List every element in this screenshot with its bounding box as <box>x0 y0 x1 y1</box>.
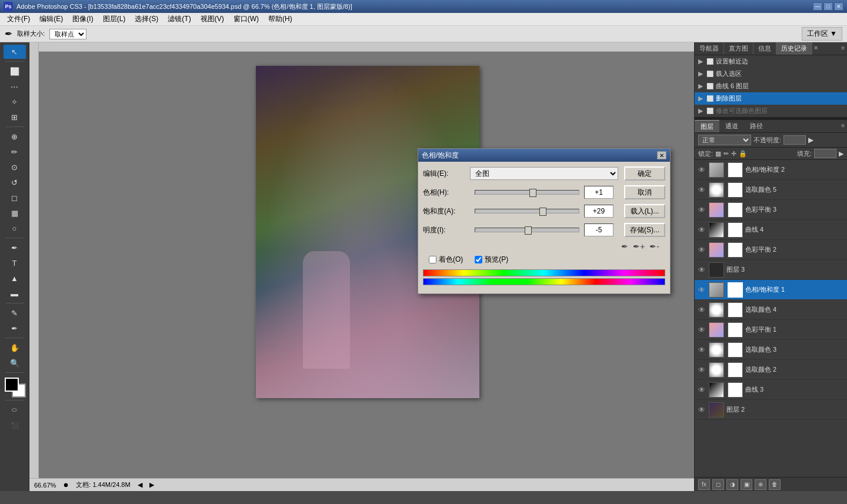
gradient-tool[interactable]: ▦ <box>4 206 26 220</box>
layer-item-hsl2[interactable]: 👁 色相/饱和度 2 <box>695 160 847 180</box>
panel-menu-icon[interactable]: ≡ <box>839 42 847 55</box>
layer-item-sel3[interactable]: 👁 选取颜色 3 <box>695 340 847 360</box>
pen-tool[interactable]: ✒ <box>4 241 26 255</box>
workspace-btn[interactable]: 工作区 ▼ <box>802 27 842 41</box>
fill-arrow[interactable]: ▶ <box>839 150 843 158</box>
layer-mask-btn[interactable]: ◻ <box>712 479 724 490</box>
opacity-input[interactable]: 100% <box>783 135 806 145</box>
sample-size-select[interactable]: 取样点 <box>49 29 86 39</box>
menu-edit[interactable]: 编辑(E) <box>35 13 68 25</box>
layer-item-layer3[interactable]: 👁 图层 3 <box>695 260 847 280</box>
eyedropper-tool[interactable]: ✒ <box>4 321 26 335</box>
layer-visibility-curve3[interactable]: 👁 <box>697 385 706 395</box>
menu-window[interactable]: 窗口(W) <box>229 13 264 25</box>
layer-visibility-colbal2[interactable]: 👁 <box>697 245 706 255</box>
hue-slider-thumb[interactable] <box>529 189 536 197</box>
color-selector[interactable] <box>4 378 26 398</box>
light-slider-track[interactable] <box>475 228 579 232</box>
history-item-1[interactable]: ▶ ⬜ 设置帧近边 <box>695 55 847 68</box>
lock-transparent-icon[interactable]: ▦ <box>715 150 721 158</box>
blend-mode-select[interactable]: 正常 <box>698 135 751 145</box>
close-history-icon[interactable]: ✕ <box>812 42 819 55</box>
eyedropper-add-icon[interactable]: ✒+ <box>633 242 645 251</box>
edit-channel-select[interactable]: 全图 红色 黄色 绿色 青色 蓝色 洋红 <box>470 167 618 180</box>
healing-tool[interactable]: ⊕ <box>4 129 26 143</box>
dialog-title-bar[interactable]: 色相/饱和度 ✕ <box>418 149 670 162</box>
layer-item-sel4[interactable]: 👁 选取颜色 4 <box>695 300 847 320</box>
tab-channels[interactable]: 通道 <box>719 120 744 132</box>
layer-visibility-hsl2[interactable]: 👁 <box>697 165 706 175</box>
tab-history[interactable]: 历史记录 <box>776 42 812 55</box>
layer-visibility-curve4[interactable]: 👁 <box>697 225 706 235</box>
eraser-tool[interactable]: ◻ <box>4 191 26 205</box>
crop-tool[interactable]: ⊞ <box>4 110 26 124</box>
sat-slider-thumb[interactable] <box>539 208 546 216</box>
tab-navigator[interactable]: 导航器 <box>695 42 724 55</box>
page-nav-left[interactable]: ◀ <box>138 481 142 489</box>
layer-visibility-hsl1[interactable]: 👁 <box>697 285 706 295</box>
brush-tool[interactable]: ✏ <box>4 145 26 159</box>
layer-item-colbal3[interactable]: 👁 色彩平衡 3 <box>695 200 847 220</box>
menu-view[interactable]: 视图(V) <box>196 13 229 25</box>
new-fill-layer-btn[interactable]: ◑ <box>726 479 738 490</box>
layer-visibility-sel3[interactable]: 👁 <box>697 345 706 355</box>
layer-item-hsl1[interactable]: 👁 色相/饱和度 1 <box>695 280 847 300</box>
tab-histogram[interactable]: 直方图 <box>724 42 753 55</box>
history-brush-tool[interactable]: ↺ <box>4 175 26 189</box>
load-button[interactable]: 载入(L)... <box>624 204 665 218</box>
lasso-tool[interactable]: ⋯ <box>4 79 26 94</box>
fill-input[interactable]: 100% <box>814 149 836 158</box>
minimize-btn[interactable]: — <box>813 2 822 11</box>
foreground-color[interactable] <box>5 378 19 392</box>
quick-mask-btn[interactable]: ⬭ <box>4 403 26 417</box>
new-group-btn[interactable]: ▣ <box>741 479 752 490</box>
zoom-tool[interactable]: 🔍 <box>4 356 26 370</box>
layer-visibility-layer2[interactable]: 👁 <box>697 405 706 415</box>
cancel-button[interactable]: 取消 <box>624 185 665 199</box>
eyedropper-normal-icon[interactable]: ✒ <box>621 242 628 251</box>
eyedropper-sub-icon[interactable]: ✒- <box>649 242 659 251</box>
layer-item-layer2[interactable]: 👁 图层 2 <box>695 400 847 420</box>
layer-item-curve4[interactable]: 👁 曲线 4 <box>695 220 847 240</box>
save-button[interactable]: 存储(S)... <box>624 223 665 237</box>
maximize-btn[interactable]: □ <box>823 2 833 11</box>
new-layer-btn[interactable]: ⊕ <box>755 479 766 490</box>
ok-button[interactable]: 确定 <box>624 166 665 181</box>
dialog-close-btn[interactable]: ✕ <box>657 151 666 159</box>
move-tool[interactable]: ↖ <box>4 45 26 59</box>
layer-item-colbal2[interactable]: 👁 色彩平衡 2 <box>695 240 847 260</box>
menu-layer[interactable]: 图层(L) <box>98 13 131 25</box>
tab-paths[interactable]: 路径 <box>744 120 769 132</box>
text-tool[interactable]: T <box>4 256 26 270</box>
lock-image-icon[interactable]: ✏ <box>723 150 729 158</box>
menu-image[interactable]: 图像(I) <box>68 13 98 25</box>
layer-visibility-sel2[interactable]: 👁 <box>697 365 706 375</box>
preview-checkbox[interactable] <box>475 256 482 263</box>
hue-value[interactable]: +1 <box>584 186 613 199</box>
lock-all-icon[interactable]: 🔒 <box>739 150 747 158</box>
delete-layer-btn[interactable]: 🗑 <box>769 479 781 490</box>
layer-visibility-sel5[interactable]: 👁 <box>697 185 706 195</box>
history-item-4[interactable]: ▶ ⬜ 删除图层 <box>695 92 847 105</box>
screen-mode-btn[interactable]: ⬛ <box>4 418 26 432</box>
tab-info[interactable]: 信息 <box>753 42 776 55</box>
sat-value[interactable]: +29 <box>584 205 613 218</box>
layer-visibility-colbal1[interactable]: 👁 <box>697 325 706 335</box>
history-item-2[interactable]: ▶ ⬜ 载入选区 <box>695 68 847 80</box>
shape-tool[interactable]: ▬ <box>4 286 26 301</box>
layer-visibility-colbal3[interactable]: 👁 <box>697 205 706 215</box>
quick-select-tool[interactable]: ✧ <box>4 95 26 109</box>
tab-layers[interactable]: 图层 <box>695 120 719 132</box>
close-btn[interactable]: ✕ <box>834 2 843 11</box>
colorize-checkbox[interactable] <box>429 256 436 263</box>
layers-panel-menu-icon[interactable]: ≡ <box>839 120 847 132</box>
layer-item-sel5[interactable]: 👁 选取颜色 5 <box>695 180 847 200</box>
marquee-tool[interactable]: ⬜ <box>4 64 26 78</box>
layer-style-btn[interactable]: fx <box>698 479 710 490</box>
page-nav-right[interactable]: ▶ <box>149 481 154 489</box>
light-slider-thumb[interactable] <box>525 226 532 235</box>
layer-item-curve3[interactable]: 👁 曲线 3 <box>695 380 847 400</box>
menu-help[interactable]: 帮助(H) <box>264 13 297 25</box>
menu-filter[interactable]: 滤镜(T) <box>163 13 195 25</box>
dodge-tool[interactable]: ○ <box>4 221 26 235</box>
